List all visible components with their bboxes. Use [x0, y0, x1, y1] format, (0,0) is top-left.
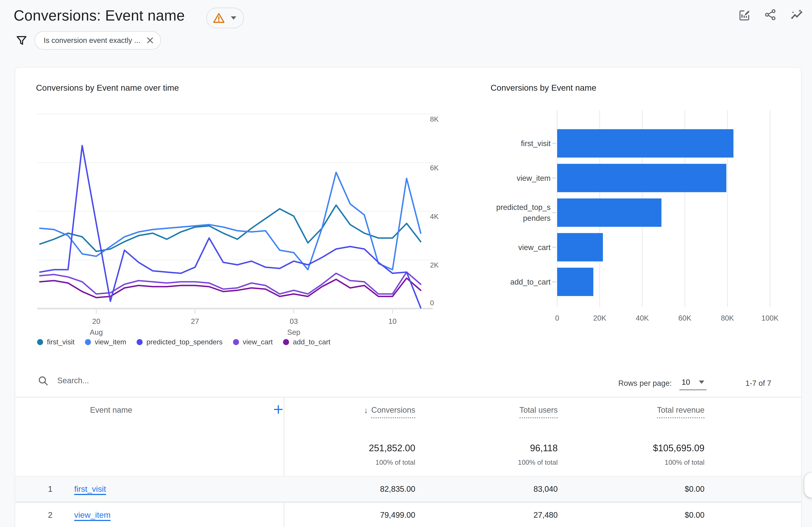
legend-item[interactable]: view_item — [85, 338, 126, 346]
total-revenue: $105,695.09 — [653, 443, 705, 453]
svg-text:20K: 20K — [593, 314, 606, 322]
rows-per-page-label: Rows per page: — [618, 379, 672, 388]
legend-dot-icon — [283, 339, 289, 345]
conversions-over-time-chart[interactable]: 8K6K4K2K020Aug2703Sep10 — [26, 100, 463, 351]
filter-bar: Is conversion event exactly ... — [16, 31, 161, 50]
event-name-link[interactable]: view_item — [74, 510, 111, 520]
column-header-conversions[interactable]: ↓ Conversions — [364, 406, 415, 418]
filter-chip-label: Is conversion event exactly ... — [44, 36, 140, 45]
svg-text:27: 27 — [191, 317, 199, 326]
header-actions — [738, 9, 803, 21]
row-index: 1 — [48, 485, 53, 494]
warning-triangle-icon — [213, 13, 225, 24]
rows-per-page: Rows per page: 10 — [618, 379, 707, 390]
svg-text:40K: 40K — [636, 314, 649, 322]
report-card: Conversions by Event name over time Conv… — [15, 67, 802, 527]
close-icon[interactable] — [146, 36, 154, 44]
legend-label: view_cart — [243, 338, 273, 346]
svg-text:100K: 100K — [762, 314, 779, 322]
column-header-total-revenue[interactable]: Total revenue — [657, 406, 705, 418]
legend-label: add_to_cart — [293, 338, 330, 346]
total-users-value: 83,040 — [534, 485, 558, 494]
rows-per-page-select[interactable]: 10 — [679, 378, 707, 390]
legend-dot-icon — [136, 339, 143, 345]
svg-text:10: 10 — [388, 317, 396, 326]
total-revenue-value: $0.00 — [685, 485, 705, 494]
rows-per-page-value: 10 — [682, 378, 690, 387]
svg-text:80K: 80K — [721, 314, 734, 322]
conversions-value: 79,499.00 — [380, 510, 415, 520]
table-body: 1 first_visit 82,835.00 83,040 $0.00 2 v… — [15, 476, 801, 527]
divider — [15, 397, 801, 397]
conversions-by-event-chart[interactable]: 020K40K60K80K100Kfirst_visitview_itempre… — [484, 100, 800, 329]
svg-text:Sep: Sep — [287, 328, 300, 336]
svg-text:0: 0 — [555, 314, 559, 322]
share-icon[interactable] — [765, 9, 777, 21]
filter-chip[interactable]: Is conversion event exactly ... — [34, 31, 161, 50]
search-icon — [38, 376, 48, 386]
event-name-link[interactable]: first_visit — [74, 484, 106, 494]
column-header-event-name: Event name — [90, 406, 132, 415]
chart-legend: first_visitview_itempredicted_top_spende… — [37, 338, 330, 346]
column-header-total-users[interactable]: Total users — [520, 406, 558, 418]
chevron-down-icon — [231, 16, 236, 20]
legend-label: view_item — [95, 338, 126, 346]
svg-text:03: 03 — [290, 317, 298, 326]
svg-text:0: 0 — [430, 299, 434, 307]
svg-text:first_visit: first_visit — [521, 139, 551, 148]
scroll-handle[interactable] — [804, 473, 812, 498]
page-title: Conversions: Event name — [14, 7, 185, 24]
legend-label: predicted_top_spenders — [146, 338, 222, 346]
svg-text:view_cart: view_cart — [518, 243, 551, 252]
bar-chart-title: Conversions by Event name — [491, 83, 596, 93]
total-revenue-value: $0.00 — [685, 510, 705, 520]
svg-text:add_to_cart: add_to_cart — [510, 278, 551, 286]
row-index: 2 — [48, 510, 53, 520]
chevron-down-icon — [699, 380, 704, 384]
total-users-value: 27,480 — [534, 510, 558, 520]
customize-report-icon[interactable] — [738, 9, 750, 21]
total-users: 96,118 — [530, 443, 558, 453]
add-dimension-icon[interactable] — [273, 404, 284, 415]
svg-text:4K: 4K — [430, 213, 439, 221]
insights-icon[interactable] — [791, 9, 803, 21]
search-box — [38, 376, 220, 386]
svg-text:60K: 60K — [678, 314, 692, 322]
legend-dot-icon — [37, 339, 43, 345]
table-row[interactable]: 2 view_item 79,499.00 27,480 $0.00 — [15, 501, 801, 527]
search-input[interactable] — [56, 376, 220, 386]
svg-text:6K: 6K — [430, 164, 439, 172]
analytics-report-page: Conversions: Event name — [0, 0, 812, 527]
svg-text:view_item: view_item — [517, 174, 551, 182]
svg-text:Aug: Aug — [90, 328, 103, 336]
total-conversions: 251,852.00 — [369, 443, 415, 453]
legend-item[interactable]: view_cart — [233, 338, 273, 346]
table-row[interactable]: 1 first_visit 82,835.00 83,040 $0.00 — [15, 476, 801, 501]
legend-dot-icon — [233, 339, 239, 345]
total-users-share: 100% of total — [518, 458, 558, 466]
legend-item[interactable]: add_to_cart — [283, 338, 330, 346]
svg-text:predicted_top_spenders: predicted_top_spenders — [496, 203, 551, 223]
line-chart-title: Conversions by Event name over time — [36, 83, 179, 93]
legend-item[interactable]: predicted_top_spenders — [136, 338, 222, 346]
svg-text:20: 20 — [92, 317, 100, 326]
pagination-range: 1-7 of 7 — [745, 379, 771, 388]
legend-dot-icon — [85, 339, 91, 345]
total-conversions-share: 100% of total — [375, 458, 415, 466]
legend-label: first_visit — [47, 338, 75, 346]
svg-text:2K: 2K — [430, 261, 439, 269]
legend-item[interactable]: first_visit — [37, 338, 75, 346]
sort-descending-icon: ↓ — [364, 406, 368, 415]
filter-funnel-icon[interactable] — [16, 35, 27, 46]
data-quality-badge[interactable] — [206, 7, 244, 28]
conversions-value: 82,835.00 — [380, 485, 415, 494]
svg-text:8K: 8K — [430, 115, 439, 123]
total-revenue-share: 100% of total — [665, 458, 705, 466]
